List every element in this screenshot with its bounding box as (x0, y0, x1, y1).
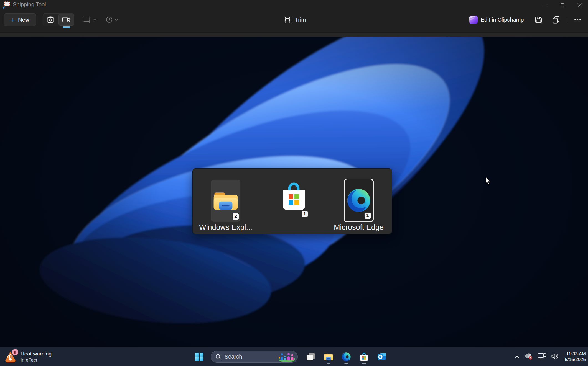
close-icon (577, 3, 582, 7)
new-snip-button[interactable]: + New (4, 13, 36, 26)
onedrive-error-icon (524, 353, 533, 360)
window-count-badge: 1 (301, 210, 308, 218)
wired-network-icon (538, 353, 546, 360)
task-view-icon (306, 353, 315, 361)
taskbar-apps (306, 350, 387, 364)
snipping-tool-header: ✂ Snipping Tool + New (0, 0, 588, 32)
plus-icon: + (11, 17, 15, 22)
snipping-tool-icon: ✂ (3, 1, 11, 9)
taskbar-center: Search (194, 347, 387, 366)
video-mode-selected-indicator (63, 26, 70, 28)
search-icon (215, 354, 221, 360)
clipchamp-label: Edit in Clipchamp (481, 17, 524, 23)
save-button[interactable] (532, 13, 545, 26)
task-view-button[interactable] (306, 350, 316, 364)
maximize-icon (561, 3, 564, 7)
snip-delay-dropdown[interactable] (106, 13, 118, 26)
clock[interactable]: 11:33 AM 5/15/2025 (564, 351, 586, 362)
titlebar: ✂ Snipping Tool (0, 0, 588, 10)
tray-overflow-button[interactable] (515, 354, 519, 359)
taskbar-search[interactable]: Search (211, 351, 298, 363)
outlook-button[interactable] (376, 350, 387, 364)
chevron-up-icon (515, 355, 519, 358)
volume-tray-button[interactable] (551, 353, 559, 361)
switcher-window-edge[interactable]: 1 (344, 179, 374, 222)
switcher-window-store[interactable]: 1 (279, 181, 309, 222)
speaker-icon (551, 353, 559, 360)
more-options-button[interactable] (571, 13, 584, 26)
new-button-label: New (18, 17, 29, 23)
file-explorer-icon (324, 353, 333, 361)
maximize-button[interactable] (554, 0, 571, 10)
window-count-badge: 1 (364, 212, 371, 219)
toolbar-divider (567, 16, 567, 24)
window-title: Snipping Tool (13, 0, 46, 9)
screen: ✂ Snipping Tool + New (0, 0, 588, 366)
trim-label: Trim (295, 17, 306, 23)
onedrive-tray-button[interactable] (524, 353, 533, 361)
switcher-label-edge: Microsoft Edge (325, 223, 392, 232)
ellipsis-icon (577, 19, 578, 20)
search-highlight-family-illustration (278, 352, 295, 362)
trim-button[interactable]: Trim (277, 13, 312, 26)
weather-title: Heat warning (21, 351, 52, 357)
copy-icon (553, 16, 559, 24)
snip-shape-dropdown[interactable] (83, 13, 97, 26)
chevron-down-icon (93, 19, 97, 21)
trim-icon (283, 16, 292, 24)
edge-button[interactable] (341, 350, 352, 364)
microsoft-store-icon (359, 352, 369, 362)
video-mode-button[interactable] (58, 14, 74, 26)
microsoft-edge-icon (342, 352, 351, 362)
video-camera-icon (62, 17, 70, 23)
folder-icon (213, 190, 238, 212)
running-indicator (345, 363, 348, 364)
start-button[interactable] (194, 350, 205, 364)
switcher-window-explorer[interactable]: 2 (211, 180, 240, 222)
microsoft-edge-icon (346, 188, 371, 213)
file-explorer-button[interactable] (323, 350, 334, 364)
switcher-label-explorer: Windows Expl... (192, 223, 259, 232)
window-switcher-panel: 2 1 (192, 168, 392, 234)
clock-time: 11:33 AM (565, 351, 586, 357)
recording-preview: 2 1 (0, 37, 588, 347)
search-label: Search (225, 354, 242, 360)
system-tray: 11:33 AM 5/15/2025 (515, 347, 586, 366)
windows-start-icon (194, 352, 204, 362)
clipchamp-icon (469, 16, 478, 24)
weather-alert-count-badge: 8 (12, 349, 18, 355)
minimize-icon (543, 5, 547, 5)
weather-status: In effect (21, 357, 52, 363)
mode-toggle (43, 13, 74, 26)
window-controls (536, 0, 588, 10)
running-indicator (362, 363, 366, 364)
window-count-badge: 2 (232, 213, 239, 220)
photo-mode-button[interactable] (43, 14, 58, 26)
copy-button[interactable] (549, 13, 562, 26)
store-button[interactable] (359, 350, 369, 364)
minimize-button[interactable] (536, 0, 554, 10)
camera-icon (47, 16, 55, 23)
edit-in-clipchamp-button[interactable]: Edit in Clipchamp (462, 13, 531, 26)
save-icon (535, 16, 542, 24)
mouse-cursor (485, 177, 492, 185)
weather-widget[interactable]: 8 Heat warning In effect (2, 347, 54, 366)
rectangle-plus-icon (83, 16, 91, 23)
network-tray-button[interactable] (538, 353, 546, 361)
clock-date: 5/15/2025 (565, 357, 586, 362)
taskbar: 8 Heat warning In effect (0, 347, 588, 366)
chevron-down-icon (115, 19, 118, 21)
microsoft-store-icon (280, 181, 308, 212)
clock-icon (106, 16, 113, 23)
preview-canvas-strip (0, 32, 588, 37)
outlook-icon (377, 352, 386, 361)
close-button[interactable] (571, 0, 588, 10)
running-indicator (327, 363, 330, 364)
